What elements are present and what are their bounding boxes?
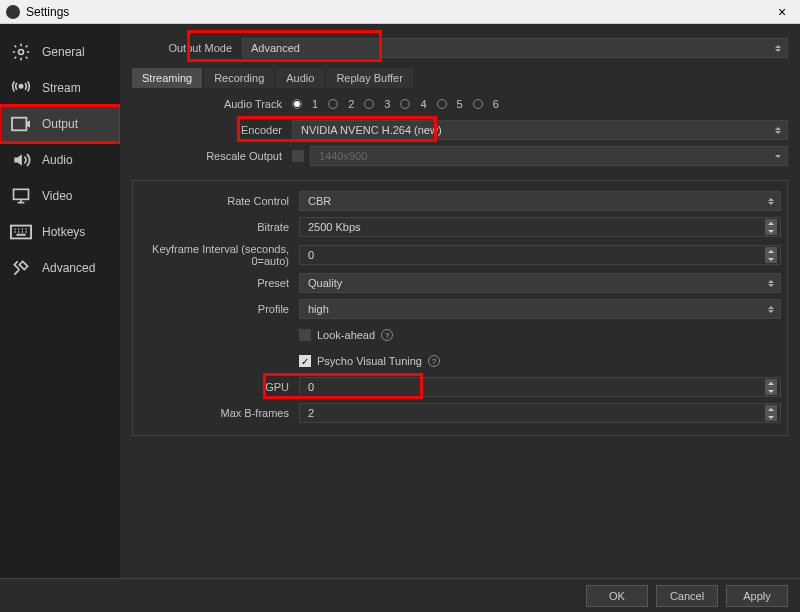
output-icon <box>10 114 32 134</box>
output-tabs: Streaming Recording Audio Replay Buffer <box>132 68 788 88</box>
encoder-value: NVIDIA NVENC H.264 (new) <box>301 124 442 136</box>
chevron-down-icon <box>771 148 785 164</box>
sidebar-item-stream[interactable]: Stream <box>0 70 120 106</box>
rate-control-value: CBR <box>308 195 331 207</box>
gpu-value: 0 <box>308 381 314 393</box>
profile-label: Profile <box>139 303 299 315</box>
encoder-label: Encoder <box>132 124 292 136</box>
sidebar-item-label: Advanced <box>42 261 95 275</box>
sidebar-item-general[interactable]: General <box>0 34 120 70</box>
preset-value: Quality <box>308 277 342 289</box>
preset-select[interactable]: Quality <box>299 273 781 293</box>
audio-track-radio-6[interactable] <box>473 99 483 109</box>
sidebar-item-label: Output <box>42 117 78 131</box>
audio-track-radio-4[interactable] <box>400 99 410 109</box>
sidebar: General Stream Output Audio Video Ho <box>0 24 120 578</box>
profile-value: high <box>308 303 329 315</box>
antenna-icon <box>10 78 32 98</box>
audio-track-radio-2[interactable] <box>328 99 338 109</box>
keyframe-value: 0 <box>308 249 314 261</box>
chevron-updown-icon <box>764 275 778 291</box>
audio-track-radio-5[interactable] <box>437 99 447 109</box>
help-icon[interactable]: ? <box>428 355 440 367</box>
rate-control-select[interactable]: CBR <box>299 191 781 211</box>
close-icon[interactable]: × <box>770 4 794 20</box>
footer: OK Cancel Apply <box>0 578 800 612</box>
bitrate-spinner[interactable]: 2500 Kbps <box>299 217 781 237</box>
lookahead-checkbox[interactable] <box>299 329 311 341</box>
sidebar-item-label: Audio <box>42 153 73 167</box>
spinner-handle[interactable] <box>764 405 778 421</box>
keyframe-spinner[interactable]: 0 <box>299 245 781 265</box>
bitrate-value: 2500 Kbps <box>308 221 361 233</box>
svg-point-0 <box>19 50 24 55</box>
tab-recording[interactable]: Recording <box>204 68 274 88</box>
gpu-label: GPU <box>139 381 299 393</box>
bframes-value: 2 <box>308 407 314 419</box>
cancel-button[interactable]: Cancel <box>656 585 718 607</box>
sidebar-item-audio[interactable]: Audio <box>0 142 120 178</box>
rescale-checkbox[interactable] <box>292 150 304 162</box>
output-mode-value: Advanced <box>251 42 300 54</box>
spinner-handle[interactable] <box>764 247 778 263</box>
titlebar: Settings × <box>0 0 800 24</box>
tools-icon <box>10 258 32 278</box>
chevron-updown-icon <box>764 301 778 317</box>
encoder-select[interactable]: NVIDIA NVENC H.264 (new) <box>292 120 788 140</box>
spinner-handle[interactable] <box>764 379 778 395</box>
encoder-settings-panel: Rate Control CBR Bitrate 2500 Kbps Keyfr… <box>132 180 788 436</box>
sidebar-item-label: Video <box>42 189 72 203</box>
rate-control-label: Rate Control <box>139 195 299 207</box>
svg-rect-3 <box>14 189 29 199</box>
bframes-label: Max B-frames <box>139 407 299 419</box>
rescale-select[interactable]: 1440x900 <box>310 146 788 166</box>
preset-label: Preset <box>139 277 299 289</box>
sidebar-item-label: Stream <box>42 81 81 95</box>
sidebar-item-label: Hotkeys <box>42 225 85 239</box>
svg-rect-2 <box>12 118 26 131</box>
audio-track-radio-1[interactable] <box>292 99 302 109</box>
monitor-icon <box>10 186 32 206</box>
spinner-handle[interactable] <box>764 219 778 235</box>
output-mode-select[interactable]: Advanced <box>242 38 788 58</box>
svg-rect-4 <box>11 226 31 239</box>
window-title: Settings <box>26 5 770 19</box>
bframes-spinner[interactable]: 2 <box>299 403 781 423</box>
speaker-icon <box>10 150 32 170</box>
lookahead-label: Look-ahead <box>317 329 375 341</box>
audio-track-radio-3[interactable] <box>364 99 374 109</box>
gear-icon <box>10 42 32 62</box>
tab-audio[interactable]: Audio <box>276 68 324 88</box>
rescale-label: Rescale Output <box>132 150 292 162</box>
content-area: Output Mode Advanced Streaming Recording… <box>120 24 800 578</box>
chevron-updown-icon <box>771 122 785 138</box>
sidebar-item-video[interactable]: Video <box>0 178 120 214</box>
gpu-spinner[interactable]: 0 <box>299 377 781 397</box>
tab-streaming[interactable]: Streaming <box>132 68 202 88</box>
help-icon[interactable]: ? <box>381 329 393 341</box>
psycho-checkbox[interactable]: ✓ <box>299 355 311 367</box>
sidebar-item-label: General <box>42 45 85 59</box>
output-mode-label: Output Mode <box>132 42 242 54</box>
rescale-value: 1440x900 <box>319 150 367 162</box>
tab-replay-buffer[interactable]: Replay Buffer <box>326 68 412 88</box>
svg-point-1 <box>19 85 22 88</box>
chevron-updown-icon <box>771 40 785 56</box>
keyboard-icon <box>10 222 32 242</box>
bitrate-label: Bitrate <box>139 221 299 233</box>
keyframe-label: Keyframe Interval (seconds, 0=auto) <box>139 243 299 267</box>
audio-track-label: Audio Track <box>132 98 292 110</box>
apply-button[interactable]: Apply <box>726 585 788 607</box>
audio-track-group: 1 2 3 4 5 6 <box>292 98 788 110</box>
sidebar-item-output[interactable]: Output <box>0 106 120 142</box>
profile-select[interactable]: high <box>299 299 781 319</box>
app-icon <box>6 5 20 19</box>
ok-button[interactable]: OK <box>586 585 648 607</box>
sidebar-item-advanced[interactable]: Advanced <box>0 250 120 286</box>
sidebar-item-hotkeys[interactable]: Hotkeys <box>0 214 120 250</box>
chevron-updown-icon <box>764 193 778 209</box>
psycho-label: Psycho Visual Tuning <box>317 355 422 367</box>
